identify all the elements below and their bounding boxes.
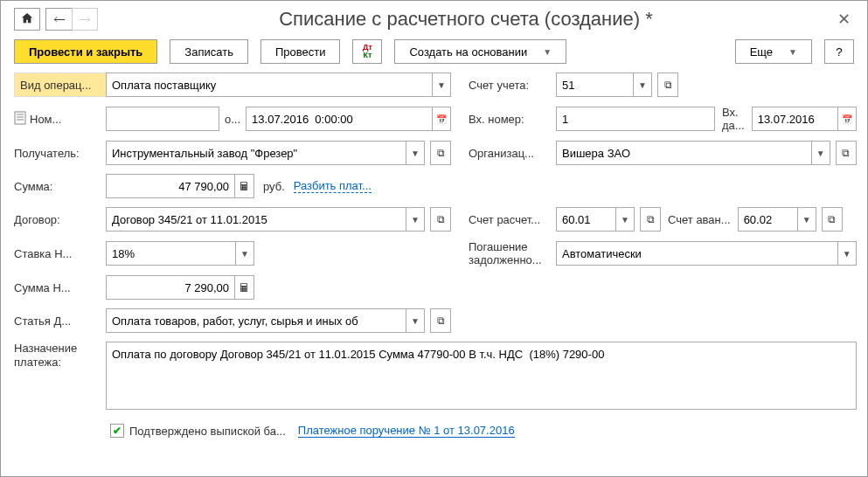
from-label: о...	[225, 113, 240, 126]
in-date-label: Вх. да...	[722, 106, 745, 132]
footer-row: ✔ Подтверждено выпиской ба... Платежное …	[110, 424, 854, 438]
dds-item-field: ▼	[106, 308, 425, 333]
open-button[interactable]: ⧉	[430, 207, 451, 232]
more-label: Еще	[750, 45, 773, 59]
arrow-right-icon: 🡒	[79, 12, 91, 26]
calendar-button[interactable]: 📅	[432, 107, 451, 131]
advance-account-field: ▼	[738, 207, 816, 232]
dropdown-button[interactable]: ▼	[432, 73, 451, 97]
vat-rate-input[interactable]	[106, 241, 235, 266]
dropdown-button[interactable]: ▼	[406, 207, 425, 232]
open-icon: ⧉	[437, 315, 445, 327]
svg-rect-0	[15, 112, 25, 124]
account-field: ▼	[556, 73, 652, 97]
open-button[interactable]: ⧉	[657, 73, 678, 97]
open-icon: ⧉	[828, 213, 836, 225]
more-button[interactable]: Еще ▼	[735, 39, 812, 64]
dropdown-button[interactable]: ▼	[811, 141, 830, 165]
save-button[interactable]: Записать	[170, 39, 248, 64]
recipient-field: ▼	[106, 141, 425, 165]
dropdown-button[interactable]: ▼	[837, 241, 857, 266]
settlement-account-input[interactable]	[556, 207, 615, 232]
help-button[interactable]: ?	[824, 39, 854, 64]
dropdown-button[interactable]: ▼	[797, 207, 816, 232]
calendar-button[interactable]: 📅	[837, 107, 857, 131]
organization-label: Организац...	[469, 147, 556, 160]
account-label: Счет учета:	[469, 79, 556, 92]
contract-field: ▼	[106, 207, 425, 232]
vat-amount-label: Сумма Н...	[14, 281, 106, 294]
calendar-icon: 📅	[842, 114, 852, 124]
amount-input[interactable]	[106, 174, 235, 198]
vat-rate-label: Ставка Н...	[14, 247, 106, 260]
open-button[interactable]: ⧉	[430, 308, 451, 333]
calculator-icon: 🖩	[239, 281, 250, 294]
debt-repayment-input[interactable]	[556, 241, 837, 266]
organization-input[interactable]	[556, 141, 811, 165]
payment-order-link[interactable]: Платежное поручение № 1 от 13.07.2016	[298, 424, 515, 438]
titlebar: 🡐 🡒 Списание с расчетного счета (создани…	[14, 8, 854, 31]
calculator-button[interactable]: 🖩	[235, 275, 254, 300]
chevron-down-icon: ▼	[543, 47, 552, 57]
open-icon: ⧉	[842, 147, 850, 159]
split-payment-link[interactable]: Разбить плат...	[294, 179, 372, 193]
recipient-input[interactable]	[106, 141, 406, 165]
window-title: Списание с расчетного счета (создание) *	[98, 8, 834, 31]
vat-rate-field: ▼	[106, 241, 254, 266]
dropdown-button[interactable]: ▼	[406, 141, 425, 165]
open-icon: ⧉	[437, 213, 445, 225]
post-button[interactable]: Провести	[260, 39, 341, 64]
calculator-icon: 🖩	[239, 180, 250, 193]
dropdown-button[interactable]: ▼	[615, 207, 635, 232]
date-input[interactable]	[246, 107, 432, 131]
toolbar: Провести и закрыть Записать Провести ДтК…	[14, 39, 854, 64]
advance-account-input[interactable]	[738, 207, 797, 232]
open-icon: ⧉	[664, 79, 672, 91]
forward-button: 🡒	[72, 8, 98, 31]
dropdown-button[interactable]: ▼	[406, 308, 425, 333]
post-and-close-button[interactable]: Провести и закрыть	[14, 39, 157, 64]
purpose-textarea[interactable]	[106, 342, 857, 410]
account-input[interactable]	[556, 73, 633, 97]
open-button[interactable]: ⧉	[430, 141, 451, 165]
close-icon: ✕	[837, 10, 851, 28]
open-button[interactable]: ⧉	[822, 207, 843, 232]
calendar-icon: 📅	[436, 114, 447, 124]
in-number-input[interactable]	[556, 107, 715, 131]
home-button[interactable]	[14, 8, 40, 31]
arrow-left-icon: 🡐	[53, 12, 66, 26]
settlement-account-label: Счет расчет...	[469, 213, 556, 226]
debt-repayment-label: Погашение задолженно...	[469, 240, 556, 266]
in-number-label: Вх. номер:	[469, 113, 556, 126]
dropdown-button[interactable]: ▼	[235, 241, 254, 266]
confirmed-label: Подтверждено выпиской ба...	[129, 425, 286, 438]
organization-field: ▼	[556, 141, 830, 165]
number-label: Ном...	[30, 113, 106, 126]
dtkt-button[interactable]: ДтКт	[352, 39, 382, 64]
open-button[interactable]: ⧉	[640, 207, 661, 232]
create-based-on-button[interactable]: Создать на основании ▼	[394, 39, 566, 64]
open-button[interactable]: ⧉	[836, 141, 857, 165]
contract-input[interactable]	[106, 207, 406, 232]
number-input[interactable]	[106, 107, 219, 131]
currency-label: руб.	[263, 180, 285, 193]
settlement-account-field: ▼	[556, 207, 635, 232]
in-date-field: 📅	[752, 107, 857, 131]
date-field: 📅	[246, 107, 451, 131]
operation-type-input[interactable]	[106, 73, 432, 97]
debt-repayment-field: ▼	[556, 241, 857, 266]
confirmed-checkbox[interactable]: ✔	[110, 424, 124, 438]
operation-type-label: Вид операц...	[14, 73, 106, 97]
dds-item-input[interactable]	[106, 308, 406, 333]
back-button[interactable]: 🡐	[45, 8, 72, 31]
in-date-input[interactable]	[752, 107, 837, 131]
dtkt-icon: ДтКт	[363, 44, 372, 59]
calculator-button[interactable]: 🖩	[235, 174, 254, 198]
close-button[interactable]: ✕	[834, 10, 854, 29]
vat-amount-input[interactable]	[106, 275, 235, 300]
contract-label: Договор:	[14, 213, 106, 226]
dds-item-label: Статья Д...	[14, 315, 106, 328]
dropdown-button[interactable]: ▼	[633, 73, 652, 97]
create-based-on-label: Создать на основании	[409, 45, 527, 59]
document-icon	[14, 111, 30, 128]
